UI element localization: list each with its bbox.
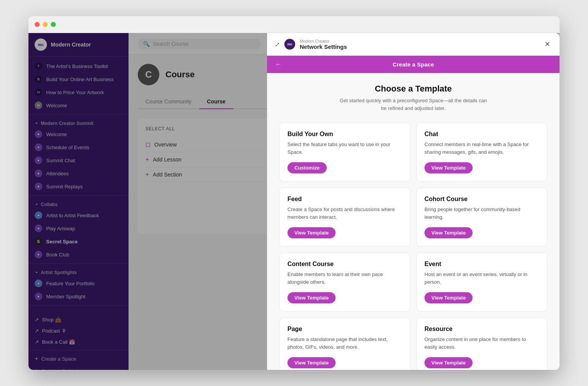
template-card-content-course: Content Course Enable members to learn a… [279,253,410,311]
card-title-0: Build Your Own [287,131,402,138]
expand-icon[interactable]: ⤢ [275,41,280,48]
customize-button[interactable]: Customize [287,162,327,173]
view-template-resource-button[interactable]: View Template [424,357,473,368]
template-card-page: Page Feature a standalone page that incl… [279,318,410,370]
card-desc-4: Enable members to learn at their own pac… [287,271,402,286]
panel-header: ⤢ mc Modern Creator Network Settings ✕ [267,33,560,56]
mac-titlebar [28,16,560,33]
view-template-cohort-button[interactable]: View Template [424,227,473,238]
card-title-2: Feed [287,196,402,203]
template-section: Choose a Template Get started quickly wi… [267,73,560,370]
card-desc-3: Bring people together for community-base… [424,206,539,221]
view-template-page-button[interactable]: View Template [287,357,336,368]
template-card-chat: Chat Connect members in real-time with a… [416,123,547,181]
template-card-cohort-course: Cohort Course Bring people together for … [416,188,547,246]
panel-title-block: Modern Creator Network Settings [300,39,538,50]
card-title-7: Resource [424,326,539,333]
card-title-6: Page [287,326,402,333]
view-template-content-button[interactable]: View Template [287,292,336,303]
card-desc-7: Organize content in one place for member… [424,336,539,351]
minimize-dot[interactable] [43,22,48,27]
card-title-5: Event [424,261,539,268]
template-subheading: Get started quickly with a preconfigured… [279,97,547,112]
view-template-event-button[interactable]: View Template [424,292,473,303]
template-heading: Choose a Template [279,84,547,94]
network-settings-panel: ⤢ mc Modern Creator Network Settings ✕ ←… [267,33,560,370]
view-template-feed-button[interactable]: View Template [287,227,336,238]
template-card-build-your-own: Build Your Own Select the feature tabs y… [279,123,410,181]
card-desc-1: Connect members in real-time with a Spac… [424,141,539,156]
panel-title: Network Settings [300,43,538,50]
template-card-event: Event Host an event or an event series, … [416,253,547,311]
card-desc-0: Select the feature tabs you want to use … [287,141,402,156]
back-button[interactable]: ← [275,60,282,68]
panel-close-button[interactable]: ✕ [543,38,552,50]
create-space-title: Create a Space [286,61,540,68]
panel-logo: mc [284,39,295,50]
view-template-chat-button[interactable]: View Template [424,162,473,173]
panel-subtitle: Modern Creator [300,39,538,43]
card-title-4: Content Course [287,261,402,268]
template-card-feed: Feed Create a Space for posts and discus… [279,188,410,246]
maximize-dot[interactable] [51,22,56,27]
card-desc-5: Host an event or an event series, virtua… [424,271,539,286]
card-title-1: Chat [424,131,539,138]
template-card-resource: Resource Organize content in one place f… [416,318,547,370]
template-grid: Build Your Own Select the feature tabs y… [279,123,547,370]
create-space-bar: ← Create a Space [267,56,560,73]
close-dot[interactable] [35,22,40,27]
card-title-3: Cohort Course [424,196,539,203]
card-desc-2: Create a Space for posts and discussions… [287,206,402,221]
card-desc-6: Feature a standalone page that includes … [287,336,402,351]
